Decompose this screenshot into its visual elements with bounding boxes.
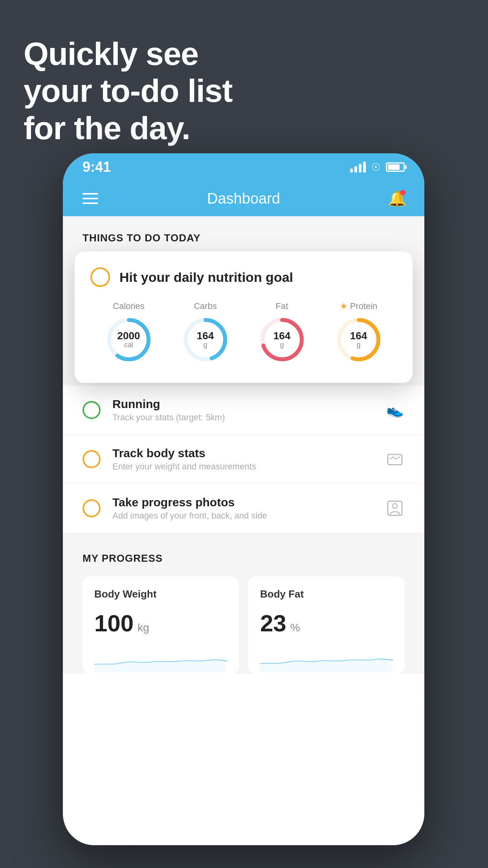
todo-item-photos[interactable]: Take progress photos Add images of your … — [63, 484, 424, 533]
fat-unit: g — [280, 341, 284, 349]
task-check-circle[interactable] — [90, 267, 110, 287]
things-to-do-section: THINGS TO DO TODAY — [63, 216, 424, 252]
todo-item-running[interactable]: Running Track your stats (target: 5km) 👟 — [63, 386, 424, 435]
hamburger-menu-button[interactable] — [83, 193, 98, 204]
body-fat-card-title: Body Fat — [260, 588, 393, 600]
photos-subtitle: Add images of your front, back, and side — [112, 511, 373, 521]
main-content: THINGS TO DO TODAY Hit your daily nutrit… — [63, 216, 424, 674]
fat-donut: 164 g — [259, 316, 306, 363]
card-title: Hit your daily nutrition goal — [119, 270, 293, 285]
status-icons: ☉ — [350, 161, 405, 173]
svg-point-10 — [393, 504, 397, 508]
app-header: Dashboard 🔔 — [63, 181, 424, 216]
body-weight-value: 100 — [94, 610, 134, 637]
calories-unit: cal — [124, 341, 133, 349]
protein-value: 164 — [350, 331, 367, 341]
notification-dot — [400, 190, 405, 195]
wifi-icon: ☉ — [371, 161, 380, 173]
nutrition-protein: ★ Protein 164 g — [335, 301, 382, 363]
body-stats-title: Track body stats — [112, 447, 373, 460]
headline: Quickly see your to-do list for the day. — [24, 35, 233, 147]
body-fat-unit: % — [290, 622, 300, 634]
battery-icon — [386, 162, 405, 172]
running-title: Running — [112, 397, 373, 411]
carbs-label: Carbs — [194, 301, 217, 311]
fat-label: Fat — [276, 301, 288, 311]
header-title: Dashboard — [207, 190, 280, 207]
running-subtitle: Track your stats (target: 5km) — [112, 412, 373, 423]
protein-unit: g — [356, 341, 360, 349]
section-title: THINGS TO DO TODAY — [83, 232, 405, 244]
todo-list: Running Track your stats (target: 5km) 👟… — [63, 386, 424, 533]
body-stats-subtitle: Enter your weight and measurements — [112, 462, 373, 472]
calories-donut: 2000 cal — [105, 316, 152, 363]
nutrition-circles: Calories 2000 cal Carbs — [90, 301, 397, 363]
nutrition-card: Hit your daily nutrition goal Calories 2… — [75, 252, 413, 383]
body-fat-value: 23 — [260, 610, 286, 637]
signal-icon — [350, 162, 366, 173]
carbs-value: 164 — [197, 331, 214, 341]
running-text: Running Track your stats (target: 5km) — [112, 397, 373, 423]
running-icon: 👟 — [385, 400, 405, 420]
status-time: 9:41 — [83, 159, 111, 175]
nutrition-calories: Calories 2000 cal — [105, 301, 152, 363]
body-weight-sparkline — [94, 649, 227, 672]
status-bar: 9:41 ☉ — [63, 153, 424, 181]
todo-item-body-stats[interactable]: Track body stats Enter your weight and m… — [63, 435, 424, 484]
notification-bell-button[interactable]: 🔔 — [389, 190, 405, 207]
body-weight-value-row: 100 kg — [94, 610, 227, 637]
body-weight-card-title: Body Weight — [94, 588, 227, 600]
body-fat-value-row: 23 % — [260, 610, 393, 637]
fat-value: 164 — [273, 331, 290, 341]
nutrition-carbs: Carbs 164 g — [182, 301, 229, 363]
running-check-circle — [83, 401, 101, 419]
photos-check-circle — [83, 499, 101, 517]
photos-text: Take progress photos Add images of your … — [112, 496, 373, 521]
calories-value: 2000 — [117, 331, 140, 341]
card-header: Hit your daily nutrition goal — [90, 267, 397, 287]
body-weight-card: Body Weight 100 kg — [83, 576, 239, 674]
protein-donut: 164 g — [335, 316, 382, 363]
progress-title: MY PROGRESS — [83, 552, 405, 565]
nutrition-fat: Fat 164 g — [259, 301, 306, 363]
protein-label: ★ Protein — [340, 301, 378, 311]
body-fat-card: Body Fat 23 % — [248, 576, 405, 674]
photos-title: Take progress photos — [112, 496, 373, 509]
calories-label: Calories — [113, 301, 145, 311]
body-fat-sparkline — [260, 649, 393, 672]
my-progress-section: MY PROGRESS Body Weight 100 kg Body Fat — [63, 533, 424, 674]
carbs-unit: g — [203, 341, 207, 349]
phone-mockup: 9:41 ☉ Dashboard 🔔 THINGS TO — [63, 153, 424, 845]
body-stats-text: Track body stats Enter your weight and m… — [112, 447, 373, 472]
person-icon — [385, 498, 405, 518]
progress-cards: Body Weight 100 kg Body Fat 23 % — [83, 576, 405, 674]
body-stats-check-circle — [83, 450, 101, 468]
body-weight-unit: kg — [138, 622, 149, 634]
carbs-donut: 164 g — [182, 316, 229, 363]
star-icon: ★ — [340, 301, 348, 311]
scale-icon — [385, 449, 405, 469]
